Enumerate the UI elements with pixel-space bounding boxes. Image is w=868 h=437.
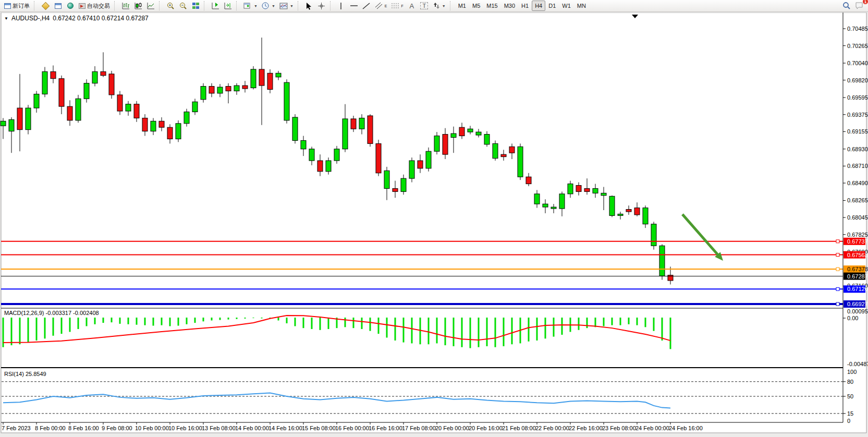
candle-body: [217, 87, 223, 93]
time-tick-label: 16 Feb 16:00: [369, 425, 402, 431]
fibonacci-tool[interactable]: F: [389, 1, 405, 11]
bar-chart-button[interactable]: [119, 1, 132, 11]
timeframe-m5[interactable]: M5: [469, 1, 483, 11]
candle-body: [368, 116, 373, 143]
line-handle: [836, 302, 839, 306]
navigator-button[interactable]: [52, 1, 64, 11]
candle-body: [401, 178, 406, 191]
candle-body: [426, 151, 431, 168]
tile-windows-button[interactable]: [189, 1, 202, 11]
new-chart-button[interactable]: ▼: [241, 1, 260, 11]
candle-body: [284, 82, 289, 120]
crosshair-button[interactable]: [315, 1, 328, 11]
price-level-badge-label: 0.66927: [847, 301, 868, 307]
price-tick-label: 0.68930: [847, 146, 868, 152]
chevron-down-icon: ▼: [272, 4, 275, 8]
candle-body: [26, 108, 31, 130]
candle-body: [493, 143, 498, 158]
candle-body: [159, 121, 164, 127]
rsi-axis-label: 80: [847, 379, 853, 385]
terminal-button[interactable]: [64, 1, 77, 11]
text-tool[interactable]: A: [406, 1, 418, 11]
chart-ohlc-values: 0.67242 0.67410 0.67214 0.67287: [53, 15, 149, 22]
channel-icon: [375, 2, 383, 9]
candle-body: [409, 161, 414, 178]
timeframe-mn[interactable]: MN: [574, 1, 589, 11]
search-button[interactable]: [840, 1, 853, 11]
timeframe-m30[interactable]: M30: [501, 1, 518, 11]
candle-body: [443, 135, 448, 155]
autotrading-button[interactable]: 自动交易: [77, 1, 112, 11]
trendline-tool[interactable]: [360, 1, 373, 11]
candle-body: [317, 161, 323, 172]
timeframe-h1[interactable]: H1: [518, 1, 532, 11]
line-chart-button[interactable]: [144, 1, 157, 11]
candle-body: [167, 127, 173, 139]
time-tick-label: 17 Feb 08:00: [402, 425, 436, 431]
timeframe-d1[interactable]: D1: [545, 1, 559, 11]
candle-body: [434, 136, 439, 152]
notifications-button[interactable]: 1: [853, 1, 866, 11]
rsi-axis-label: 50: [847, 393, 853, 399]
candlestick-chart-icon: [135, 2, 142, 9]
zoom-in-button[interactable]: [164, 1, 177, 11]
templates-button[interactable]: ▼: [277, 1, 296, 11]
candle-body: [59, 79, 64, 106]
pane-separator: [1, 367, 843, 368]
timeframe-w1[interactable]: W1: [559, 1, 574, 11]
auto-scroll-button[interactable]: [209, 1, 222, 11]
market-watch-button[interactable]: [39, 1, 52, 11]
price-tick-label: 0.70040: [847, 60, 868, 66]
channel-sub-label: E: [385, 4, 387, 8]
timeframe-m1[interactable]: M1: [455, 1, 469, 11]
candle-body: [192, 102, 198, 112]
new-order-label: 新订单: [13, 2, 30, 10]
chart-symbol-period: AUDUSD-,H4: [11, 15, 50, 22]
zoom-out-button[interactable]: [177, 1, 189, 11]
time-tick-label: 22 Feb 16:00: [569, 425, 603, 431]
crosshair-icon: [317, 2, 325, 10]
vertical-line-tool[interactable]: [335, 1, 348, 11]
arrows-tool[interactable]: ▼: [431, 1, 448, 11]
macd-indicator-label: MACD(12,26,9) -0.003317 -0.002408: [4, 310, 99, 316]
periods-button[interactable]: ▼: [260, 1, 277, 11]
chart-shift-button[interactable]: [222, 1, 234, 11]
candle-body: [651, 224, 656, 246]
text-label-tool[interactable]: T: [418, 1, 431, 11]
timeframe-h4[interactable]: H4: [532, 1, 545, 11]
candle-body: [184, 112, 189, 124]
candle-body: [626, 210, 631, 212]
price-tick-label: 0.68045: [847, 214, 868, 221]
candle-body: [501, 154, 506, 156]
new-order-button[interactable]: 新订单: [2, 1, 32, 11]
price-level-badge-label: 0.67287: [847, 273, 868, 280]
candle-body: [134, 104, 139, 118]
price-tick-label: 0.67825: [847, 232, 868, 238]
macd-axis-label: -0.004879: [847, 361, 868, 367]
time-tick-label: 22 Feb 00:00: [535, 425, 569, 431]
horizontal-line-tool[interactable]: [348, 1, 360, 11]
time-tick-label: 8 Feb 16:00: [68, 425, 99, 431]
candle-body: [259, 69, 264, 86]
candle-body: [234, 86, 239, 91]
candle-body: [393, 188, 398, 191]
candle-body: [17, 108, 22, 130]
price-chart-canvas[interactable]: 0.704850.702650.700400.698200.695950.693…: [0, 13, 868, 434]
candle-body: [559, 194, 565, 209]
timeframe-m15[interactable]: M15: [483, 1, 500, 11]
price-tick-label: 0.70265: [847, 43, 868, 49]
rsi-indicator-label: RSI(14) 25.8549: [4, 371, 46, 377]
time-tick-label: 10 Feb 00:00: [135, 425, 169, 431]
candle-body: [142, 118, 148, 131]
channel-tool[interactable]: E: [373, 1, 389, 11]
candle-body: [618, 214, 623, 215]
candlestick-chart-button[interactable]: [132, 1, 144, 11]
candle-body: [459, 127, 464, 136]
time-tick-label: 23 Feb 08:00: [602, 425, 636, 431]
zoom-in-icon: [167, 2, 175, 10]
candle-body: [117, 95, 123, 111]
chevron-down-icon: ▼: [290, 4, 294, 8]
cursor-button[interactable]: [303, 1, 315, 11]
line-handle: [836, 287, 839, 290]
collapse-triangle-icon[interactable]: ▼: [4, 16, 8, 21]
